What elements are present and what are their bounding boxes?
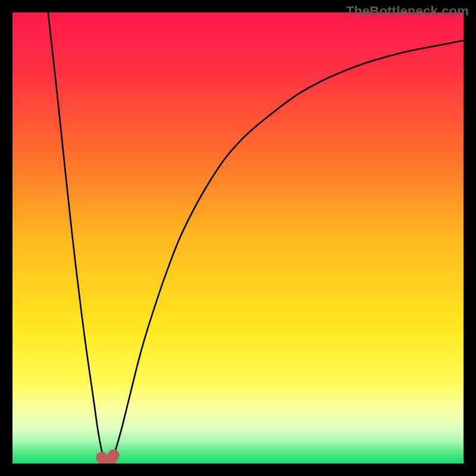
chart-plot-area: [12, 12, 464, 464]
chart-frame: TheBottleneck.com: [0, 0, 476, 476]
chart-svg: [12, 12, 464, 464]
gradient-background: [12, 12, 464, 464]
curve-marker: [108, 449, 120, 461]
attribution-text: TheBottleneck.com: [346, 4, 469, 19]
